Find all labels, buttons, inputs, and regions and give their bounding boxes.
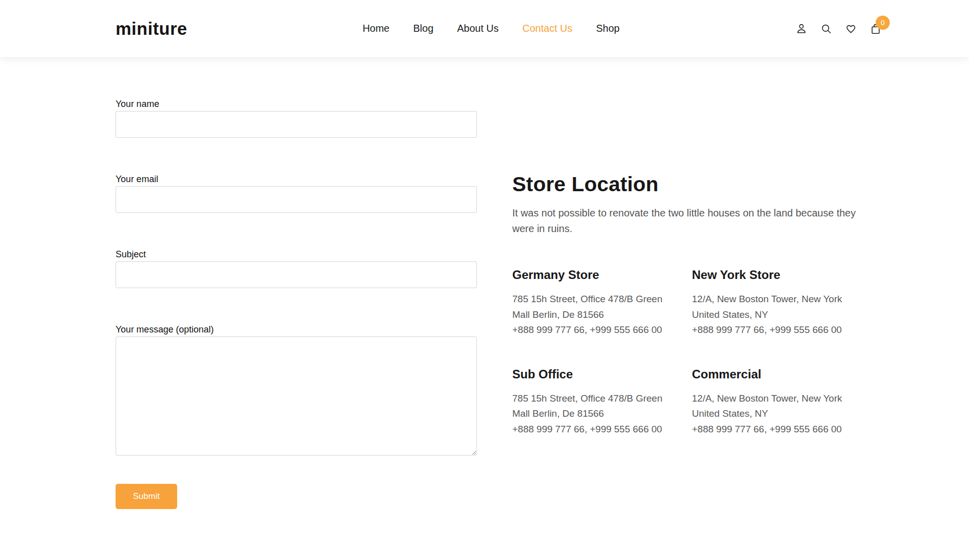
nav-item-shop[interactable]: Shop [596, 23, 620, 34]
store-name: Commercial [692, 367, 872, 381]
nav-item-contact-us[interactable]: Contact Us [522, 23, 572, 34]
store-name: Sub Office [512, 367, 692, 381]
email-input[interactable] [116, 186, 477, 213]
store-address: 12/A, New Boston Tower, New York United … [692, 391, 872, 422]
store-address: 785 15h Street, Office 478/B Green Mall … [512, 292, 692, 322]
store-phone: +888 999 777 66, +999 555 666 00 [692, 422, 872, 437]
subject-field-group: Subject [116, 249, 477, 288]
subject-input[interactable] [116, 261, 477, 288]
main-content: Your name Your email Subject Your messag… [0, 57, 969, 509]
message-textarea[interactable] [116, 337, 477, 456]
store-location-title: Store Location [512, 173, 872, 196]
store-location-section: Store Location It was not possible to re… [512, 57, 872, 509]
main-nav: Home Blog About Us Contact Us Shop [362, 23, 619, 34]
store-phone: +888 999 777 66, +999 555 666 00 [512, 422, 692, 437]
store-card-commercial: Commercial 12/A, New Boston Tower, New Y… [692, 367, 872, 437]
submit-button[interactable]: Submit [116, 484, 177, 509]
nav-item-home[interactable]: Home [362, 23, 389, 34]
address-line: 12/A, New Boston Tower, New York [692, 292, 872, 307]
nav-item-about-us[interactable]: About Us [457, 23, 499, 34]
name-field-group: Your name [116, 99, 477, 138]
address-line: Mall Berlin, De 81566 [512, 307, 692, 323]
account-icon[interactable] [795, 22, 808, 35]
store-address: 12/A, New Boston Tower, New York United … [692, 292, 872, 322]
contact-form: Your name Your email Subject Your messag… [116, 57, 477, 509]
cart-count-badge: 0 [876, 16, 890, 30]
store-location-description: It was not possible to renovate the two … [512, 205, 872, 237]
wishlist-icon[interactable] [844, 22, 857, 35]
cart-icon[interactable]: 0 [869, 22, 882, 35]
store-card-sub-office: Sub Office 785 15h Street, Office 478/B … [512, 367, 692, 437]
stores-grid: Germany Store 785 15h Street, Office 478… [512, 268, 872, 437]
store-card-new-york: New York Store 12/A, New Boston Tower, N… [692, 268, 872, 338]
address-line: 12/A, New Boston Tower, New York [692, 391, 872, 407]
store-phone: +888 999 777 66, +999 555 666 00 [512, 322, 692, 338]
address-line: 785 15h Street, Office 478/B Green [512, 391, 692, 407]
email-field-group: Your email [116, 174, 477, 213]
email-label: Your email [116, 174, 477, 185]
site-header: miniture Home Blog About Us Contact Us S… [0, 0, 969, 57]
store-name: Germany Store [512, 268, 692, 282]
search-icon[interactable] [820, 22, 833, 35]
name-label: Your name [116, 99, 477, 109]
address-line: 785 15h Street, Office 478/B Green [512, 292, 692, 307]
subject-label: Subject [116, 249, 477, 260]
brand-logo[interactable]: miniture [116, 19, 187, 39]
address-line: United States, NY [692, 307, 872, 323]
store-name: New York Store [692, 268, 872, 282]
header-icon-group: 0 [795, 22, 882, 35]
address-line: Mall Berlin, De 81566 [512, 406, 692, 422]
name-input[interactable] [116, 111, 477, 138]
address-line: United States, NY [692, 406, 872, 422]
store-phone: +888 999 777 66, +999 555 666 00 [692, 322, 872, 338]
message-label: Your message (optional) [116, 324, 477, 335]
store-address: 785 15h Street, Office 478/B Green Mall … [512, 391, 692, 422]
message-field-group: Your message (optional) [116, 324, 477, 456]
nav-item-blog[interactable]: Blog [413, 23, 434, 34]
store-card-germany: Germany Store 785 15h Street, Office 478… [512, 268, 692, 338]
